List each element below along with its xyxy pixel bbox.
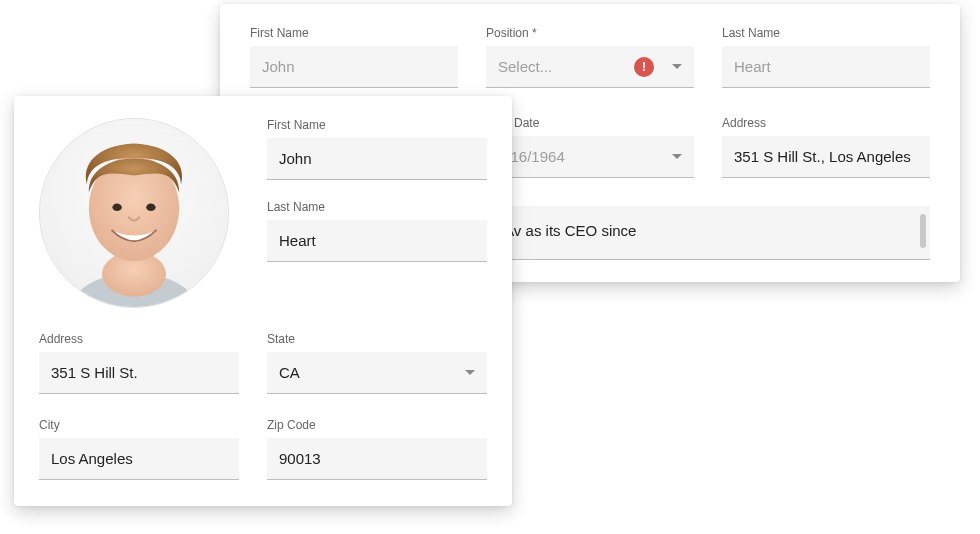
last-name-label: Last Name [722, 26, 930, 40]
address-input[interactable]: 351 S Hill St. [39, 352, 239, 394]
zip-field: Zip Code 90013 [267, 418, 487, 480]
city-label: City [39, 418, 239, 432]
birth-date-field: Birth Date 3/16/1964 [486, 116, 694, 178]
svg-point-3 [112, 204, 121, 212]
address-field-back: Address 351 S Hill St., Los Angeles [722, 116, 930, 178]
first-name-label: First Name [250, 26, 458, 40]
zip-label: Zip Code [267, 418, 487, 432]
address-label: Address [722, 116, 930, 130]
last-name-input[interactable]: Heart [722, 46, 930, 88]
last-name-field: Last Name Heart [722, 26, 930, 88]
city-field: City Los Angeles [39, 418, 239, 480]
error-icon: ! [634, 57, 654, 77]
position-field: Position * Select... ! [486, 26, 694, 88]
state-label: State [267, 332, 487, 346]
chevron-down-icon [672, 154, 682, 159]
address-label: Address [39, 332, 239, 346]
avatar [39, 118, 229, 308]
state-select[interactable]: CA [267, 352, 487, 394]
form-card-front: First Name John Last Name Heart Address … [14, 96, 512, 506]
first-name-label: First Name [267, 118, 487, 132]
zip-input[interactable]: 90013 [267, 438, 487, 480]
avatar-image [40, 119, 228, 307]
chevron-down-icon [672, 64, 682, 69]
state-field: State CA [267, 332, 487, 394]
first-name-input[interactable]: John [250, 46, 458, 88]
last-name-field-front: Last Name Heart [267, 200, 487, 262]
position-label: Position * [486, 26, 694, 40]
svg-point-4 [146, 204, 155, 212]
first-name-field-front: First Name John [267, 118, 487, 180]
last-name-input[interactable]: Heart [267, 220, 487, 262]
first-name-input[interactable]: John [267, 138, 487, 180]
last-name-label: Last Name [267, 200, 487, 214]
first-name-field: First Name John [250, 26, 458, 88]
address-field-front: Address 351 S Hill St. [39, 332, 239, 394]
birth-date-select[interactable]: 3/16/1964 [486, 136, 694, 178]
birth-date-label: Birth Date [486, 116, 694, 130]
position-select[interactable]: Select... ! [486, 46, 694, 88]
address-input[interactable]: 351 S Hill St., Los Angeles [722, 136, 930, 178]
scrollbar[interactable] [920, 214, 926, 248]
city-input[interactable]: Los Angeles [39, 438, 239, 480]
chevron-down-icon [465, 370, 475, 375]
